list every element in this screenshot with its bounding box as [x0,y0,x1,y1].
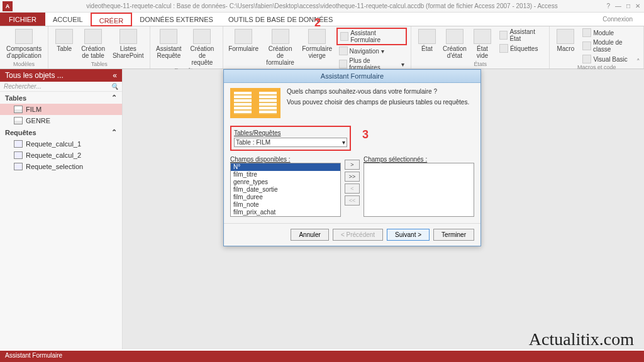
btn-composants[interactable]: Composants d'application [4,28,44,60]
help-icon[interactable]: ? [606,3,610,9]
ribbon: 2 Composants d'application Modèles Table… [0,26,644,69]
sidebar-header[interactable]: Tous les objets ...« [0,69,122,82]
minimize-icon[interactable]: — [615,3,621,9]
btn-module[interactable]: Module [580,28,640,38]
field-item[interactable]: film_date_sortie [231,186,340,194]
btn-create-req[interactable]: Création de requête [186,28,219,67]
field-item[interactable]: N° [231,163,340,171]
more-forms-icon [339,60,348,69]
wizard-title: Assistant Formulaire [224,70,480,83]
table-icon [14,117,23,124]
sidebar-search[interactable]: Rechercher...🔍 [0,82,122,92]
wizard-illustration [230,88,280,118]
group-formulaires: Formulaire Création de formulaire Formul… [223,26,411,69]
canvas: Assistant Formulaire Quels champs souhai… [123,69,644,349]
sidebar-item-q3[interactable]: Requete_selection [0,161,122,172]
tab-file[interactable]: FICHIER [0,13,45,26]
chevron-down-icon: ▾ [342,139,345,146]
move-left-button[interactable]: < [345,184,360,194]
query-icon [14,151,23,159]
tables-select[interactable]: Table : FILM▾ [234,138,347,147]
finish-button[interactable]: Terminer [433,229,474,241]
tab-external[interactable]: DONNÉES EXTERNES [132,13,221,26]
btn-vba[interactable]: Visual Basic [580,54,640,64]
query-icon [14,140,23,148]
class-module-icon [582,41,591,50]
query-icon [14,163,23,170]
annotation-2: 2 [314,16,321,30]
close-icon[interactable]: ✕ [635,3,640,9]
annotation-3-box: Tables/Requêtes Table : FILM▾ [230,126,351,151]
btn-table[interactable]: Table [52,28,76,53]
btn-create-table[interactable]: Création de table [79,28,108,60]
btn-assistant-form[interactable]: Assistant Formulaire [336,28,407,45]
field-item[interactable]: film_duree [231,194,340,201]
tab-dbtools[interactable]: OUTILS DE BASE DE DONNÉES [221,13,340,26]
search-icon: 🔍 [111,83,118,90]
move-all-right-button[interactable]: >> [345,172,360,182]
btn-create-etat[interactable]: Création d'état [441,28,468,60]
tab-home[interactable]: ACCUEIL [45,13,91,26]
selected-label: Champs sélectionnés : [364,156,474,163]
ribbon-tabs: FICHIER ACCUEIL CRÉER DONNÉES EXTERNES O… [0,13,644,26]
available-label: Champs disponibles : [230,156,341,163]
group-requetes: Assistant Requête Création de requête Re… [150,26,223,69]
field-item[interactable]: film_titre [231,171,340,178]
tab-create[interactable]: CRÉER [91,13,133,26]
btn-class-module[interactable]: Module de classe [580,38,640,53]
ribbon-collapse-icon[interactable]: ˄ [636,58,640,66]
sidebar-group-requetes[interactable]: Requêtes⌃ [0,126,122,138]
table-icon [14,106,23,113]
sidebar: Tous les objets ...« Rechercher...🔍 Tabl… [0,69,123,349]
vba-icon [582,55,591,63]
form-wizard-icon [340,32,349,41]
cancel-button[interactable]: Annuler [291,229,328,241]
move-all-left-button[interactable]: << [345,195,360,206]
btn-blank-etat[interactable]: État vide [470,28,494,60]
btn-create-form[interactable]: Création de formulaire [262,28,297,67]
wizard-hint: Vous pouvez choisir des champs de plusie… [287,99,469,106]
btn-navigation[interactable]: Navigation ▾ [336,46,407,56]
group-macros: Macro Module Module de classe Visual Bas… [550,26,644,69]
tables-label: Tables/Requêtes [234,129,347,136]
btn-sharepoint[interactable]: Listes SharePoint [110,28,146,60]
annotation-3: 3 [362,128,369,141]
btn-etat[interactable]: État [415,28,439,53]
chevron-down-icon: « [113,71,117,80]
sidebar-item-film[interactable]: FILM [0,104,122,115]
maximize-icon[interactable]: □ [626,3,630,9]
selected-fields-list[interactable] [364,163,474,217]
field-item[interactable]: film_prix_achat [231,209,340,216]
btn-etiquettes[interactable]: Étiquettes [497,43,545,53]
sidebar-item-genre[interactable]: GENRE [0,115,122,126]
group-label-etats: États [415,61,545,69]
group-tables: Table Création de table Listes SharePoin… [48,26,150,69]
group-label-tables: Tables [52,61,146,69]
btn-form[interactable]: Formulaire [227,28,260,53]
btn-assistant-req[interactable]: Assistant Requête [154,28,183,60]
module-icon [582,28,591,37]
next-button[interactable]: Suivant > [387,229,430,241]
navigation-icon [339,47,348,55]
btn-macro[interactable]: Macro [553,28,577,53]
group-modeles: Composants d'application Modèles [0,26,48,69]
form-wizard-dialog: Assistant Formulaire Quels champs souhai… [223,69,481,246]
sidebar-item-q2[interactable]: Requete_calcul_2 [0,150,122,161]
field-item[interactable]: film_note [231,201,340,209]
connexion-link[interactable]: Connexion [602,13,633,26]
available-fields-list[interactable]: N° film_titre genre_types film_date_sort… [230,163,341,217]
btn-assistant-etat[interactable]: Assistant État [497,28,545,43]
watermark: Actualitix.com [529,329,634,349]
btn-blank-form[interactable]: Formulaire vierge [301,28,334,60]
status-bar: Assistant Formulaire [0,351,644,362]
wizard-question: Quels champs souhaitez-vous dans votre f… [287,88,469,95]
field-item[interactable]: genre_types [231,178,340,186]
labels-icon [499,44,508,53]
move-right-button[interactable]: > [345,160,360,170]
sidebar-item-q1[interactable]: Requete_calcul_1 [0,138,122,150]
titlebar: A videotheque-11-requete-calcul : Base d… [0,0,644,13]
sidebar-group-tables[interactable]: Tables⌃ [0,92,122,104]
prev-button[interactable]: < Précédent [333,229,383,241]
group-etats: État Création d'état État vide Assistant… [411,26,550,69]
field-item[interactable]: film_type_achat [231,216,340,217]
